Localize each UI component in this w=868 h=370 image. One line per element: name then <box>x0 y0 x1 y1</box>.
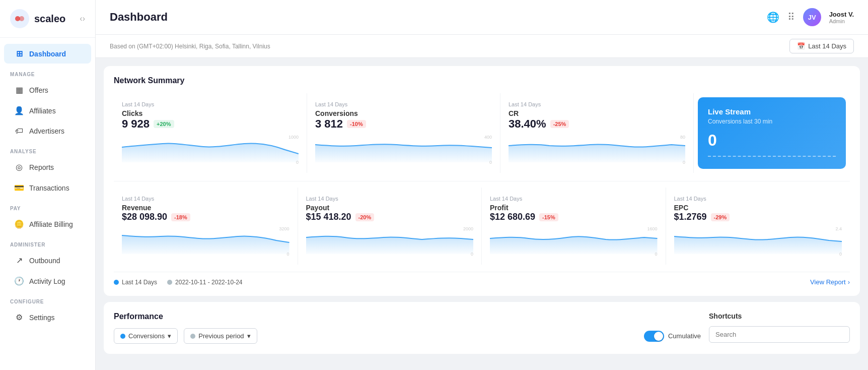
performance-section: Performance Conversions ▾ Previous perio… <box>104 302 860 354</box>
epc-sparkline: 2.4 0 <box>674 226 842 257</box>
logo-text: scaleo <box>34 13 65 25</box>
user-info: Joost V. Admin <box>829 11 854 24</box>
view-report-link[interactable]: View Report › <box>810 278 850 286</box>
sidebar: scaleo ‹› ⊞ Dashboard MANAGE ▦ Offers 👤 … <box>0 0 96 370</box>
sidebar-item-affiliates[interactable]: 👤 Affiliates <box>4 101 91 120</box>
sidebar-item-affiliate-billing[interactable]: 🪙 Affiliate Billing <box>4 214 91 234</box>
network-summary-section: Network Summary Last 14 Days Clicks 9 92… <box>104 66 860 296</box>
clicks-value: 9 928 <box>122 117 150 131</box>
conversions-chevron-icon: ▾ <box>168 332 171 340</box>
legend-previous-label: 2022-10-11 - 2022-10-24 <box>175 279 242 286</box>
metric-profit: Last 14 Days Profit $12 680.69 -15% 1600 <box>482 188 666 265</box>
cumulative-toggle[interactable] <box>644 331 664 342</box>
payout-value-row: $15 418.20 -20% <box>306 212 474 222</box>
shortcuts-title: Shortcuts <box>709 312 850 320</box>
conversions-period: Last 14 Days <box>315 101 492 107</box>
live-stream-card: Live Stream Conversions last 30 min 0 <box>694 93 850 173</box>
reports-icon: ◎ <box>14 162 24 172</box>
page-title: Dashboard <box>110 11 767 24</box>
globe-icon[interactable]: 🌐 <box>767 11 779 23</box>
clicks-max: 1000 <box>288 135 299 140</box>
epc-value: $1.2769 <box>674 212 707 222</box>
pay-label: PAY <box>0 199 95 213</box>
cr-max: 80 <box>680 135 685 140</box>
cr-min: 0 <box>683 160 685 165</box>
epc-period: Last 14 Days <box>674 196 842 202</box>
payout-max: 2000 <box>463 226 473 231</box>
cumulative-toggle-container: Cumulative <box>644 331 701 342</box>
conversions-dot <box>120 334 125 339</box>
payout-sparkline: 2000 0 <box>306 226 474 257</box>
metric-epc: Last 14 Days EPC $1.2769 -29% 2.4 0 <box>666 188 850 265</box>
transactions-icon: 💳 <box>14 183 24 193</box>
metric-clicks: Last 14 Days Clicks 9 928 +20% 1000 0 <box>114 93 307 173</box>
sidebar-item-dashboard-label: Dashboard <box>29 50 66 58</box>
sidebar-item-dashboard[interactable]: ⊞ Dashboard <box>4 44 91 64</box>
conversions-label: Conversions <box>315 109 492 117</box>
grid-icon[interactable]: ⠿ <box>787 11 795 23</box>
payout-min: 0 <box>471 252 473 257</box>
avatar[interactable]: JV <box>803 8 821 26</box>
conversions-dropdown[interactable]: Conversions ▾ <box>114 328 178 344</box>
timezone-text: Based on (GMT+02:00) Helsinki, Riga, Sof… <box>110 43 270 50</box>
clicks-period: Last 14 Days <box>122 101 299 107</box>
conversions-value-row: 3 812 -10% <box>315 117 492 131</box>
performance-title: Performance <box>114 312 701 321</box>
settings-icon: ⚙ <box>14 313 24 322</box>
sidebar-item-settings[interactable]: ⚙ Settings <box>4 307 91 327</box>
chart-legend: Last 14 Days 2022-10-11 - 2022-10-24 Vie… <box>114 272 850 286</box>
clicks-label: Clicks <box>122 109 299 117</box>
legend-previous: 2022-10-11 - 2022-10-24 <box>167 279 242 286</box>
metric-cr: Last 14 Days CR 38.40% -25% 80 0 <box>500 93 694 173</box>
sidebar-item-reports[interactable]: ◎ Reports <box>4 157 91 177</box>
clicks-badge: +20% <box>154 120 174 128</box>
bottom-metrics-grid: Last 14 Days Revenue $28 098.90 -18% 320… <box>114 181 850 265</box>
metric-conversions: Last 14 Days Conversions 3 812 -10% 400 <box>307 93 500 173</box>
sidebar-item-advertisers[interactable]: 🏷 Advertisers <box>4 121 91 141</box>
chevron-right-icon: › <box>848 278 850 286</box>
cr-label: CR <box>509 109 685 117</box>
conversions-value: 3 812 <box>315 117 343 131</box>
manage-label: MANAGE <box>0 65 95 79</box>
sidebar-item-advertisers-label: Advertisers <box>29 127 64 135</box>
previous-period-dropdown[interactable]: Previous period ▾ <box>184 328 257 344</box>
sidebar-item-reports-label: Reports <box>29 163 54 171</box>
clicks-value-row: 9 928 +20% <box>122 117 299 131</box>
cr-sparkline: 80 0 <box>509 135 685 165</box>
activity-log-icon: 🕐 <box>14 276 24 286</box>
user-role: Admin <box>829 18 854 24</box>
administer-label: ADMINISTER <box>0 235 95 250</box>
sidebar-item-offers[interactable]: ▦ Offers <box>4 80 91 100</box>
shortcuts-search-input[interactable] <box>709 326 850 343</box>
sidebar-item-affiliate-billing-label: Affiliate Billing <box>29 220 73 228</box>
metric-payout: Last 14 Days Payout $15 418.20 -20% 2000 <box>298 188 482 265</box>
payout-period: Last 14 Days <box>306 196 474 202</box>
conversions-sparkline: 400 0 <box>315 135 492 165</box>
epc-max: 2.4 <box>835 226 842 231</box>
revenue-value: $28 098.90 <box>122 212 167 222</box>
sidebar-item-outbound[interactable]: ↗ Outbound <box>4 251 91 270</box>
advertisers-icon: 🏷 <box>14 127 24 136</box>
sidebar-item-activity-log-label: Activity Log <box>29 277 65 285</box>
epc-value-row: $1.2769 -29% <box>674 212 842 222</box>
live-stream-subtitle: Conversions last 30 min <box>708 118 836 125</box>
live-stream-value: 0 <box>708 131 836 150</box>
sidebar-nav: ⊞ Dashboard MANAGE ▦ Offers 👤 Affiliates… <box>0 38 95 370</box>
date-range-button[interactable]: 📅 Last 14 Days <box>789 39 854 53</box>
revenue-value-row: $28 098.90 -18% <box>122 212 290 222</box>
sidebar-item-affiliates-label: Affiliates <box>29 107 56 115</box>
sidebar-item-activity-log[interactable]: 🕐 Activity Log <box>4 271 91 291</box>
configure-label: CONFIGURE <box>0 292 95 306</box>
main-content: Dashboard 🌐 ⠿ JV Joost V. Admin Based on… <box>96 0 868 370</box>
legend-dot-previous <box>167 280 172 285</box>
timezone-bar: Based on (GMT+02:00) Helsinki, Riga, Sof… <box>96 35 868 58</box>
affiliates-icon: 👤 <box>14 106 24 115</box>
sidebar-collapse-icon[interactable]: ‹› <box>80 14 85 23</box>
profit-value: $12 680.69 <box>490 212 535 222</box>
revenue-max: 3200 <box>279 226 289 231</box>
affiliate-billing-icon: 🪙 <box>14 219 24 229</box>
sidebar-item-transactions[interactable]: 💳 Transactions <box>4 178 91 198</box>
epc-label: EPC <box>674 204 842 212</box>
view-report-text: View Report <box>810 278 846 286</box>
sidebar-logo: scaleo ‹› <box>0 0 95 38</box>
